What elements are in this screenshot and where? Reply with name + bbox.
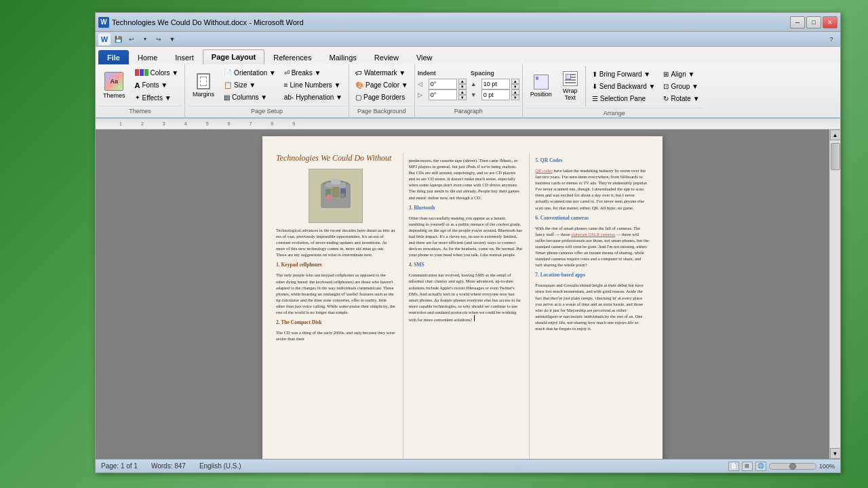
full-screen-btn[interactable]: ⊞ [742, 462, 753, 471]
orientation-label: Orientation ▼ [234, 69, 276, 77]
spacing-before-input[interactable] [481, 79, 510, 89]
scroll-thumb[interactable] [831, 143, 840, 170]
col1-intro: Technological advances in the recent dec… [276, 227, 396, 258]
web-layout-btn[interactable]: 🌐 [755, 462, 766, 471]
ruler-mark: 6 [228, 121, 231, 126]
title-bar: W Technologies We Could Do Without.docx … [96, 13, 840, 32]
position-button[interactable]: Position [526, 68, 557, 104]
spacing-section: Spacing ▲ ▲ ▼ ▼ [471, 70, 519, 100]
align-icon: ⊞ [663, 70, 669, 78]
page-background-label: Page Background [352, 106, 412, 116]
section4-heading: 4. SMS [409, 262, 523, 268]
customize-qa-button[interactable]: ▼ [166, 33, 178, 45]
tab-review[interactable]: Review [366, 50, 408, 64]
watermark-button[interactable]: 🏷 Watermark ▼ [352, 67, 412, 79]
zoom-level: 100% [819, 463, 835, 470]
page-borders-button[interactable]: ▢ Page Borders [352, 92, 412, 103]
tab-file[interactable]: File [98, 50, 129, 64]
tab-page-layout[interactable]: Page Layout [203, 49, 264, 64]
spacing-after-up[interactable]: ▲ [511, 89, 519, 95]
zoom-thumb[interactable] [789, 463, 796, 470]
redo-qa-button[interactable]: ↪ [153, 33, 165, 45]
spacing-before-row: ▲ ▲ ▼ [471, 79, 519, 89]
page-background-content: 🏷 Watermark ▼ 🎨 Page Color ▼ ▢ Page Bord… [352, 66, 412, 104]
indent-right-up[interactable]: ▲ [458, 89, 467, 95]
page-color-button[interactable]: 🎨 Page Color ▼ [352, 79, 412, 91]
hyphenation-button[interactable]: ab- Hyphenation ▼ [281, 92, 346, 103]
themes-button[interactable]: Aa Themes [98, 68, 130, 103]
save-qa-button[interactable]: 💾 [112, 33, 124, 45]
spacing-after-input[interactable] [481, 89, 510, 100]
size-button[interactable]: 📋 Size ▼ [220, 79, 279, 91]
tab-insert[interactable]: Insert [166, 50, 203, 64]
indent-left-up[interactable]: ▲ [458, 79, 467, 84]
document-page[interactable]: Technologies We Could Do Without [262, 136, 663, 459]
effects-icon: ✦ [135, 94, 140, 101]
main-area: Technologies We Could Do Without [96, 129, 840, 459]
margins-icon [197, 73, 210, 89]
tab-view[interactable]: View [408, 50, 441, 64]
indent-right-row: ▷ ▲ ▼ [418, 89, 467, 100]
spacing-after-down[interactable]: ▼ [511, 95, 519, 100]
ruler-mark: 2 [141, 121, 144, 126]
minimize-button[interactable]: ─ [790, 16, 805, 28]
spacing-after-spinners: ▲ ▼ [511, 89, 519, 100]
orientation-icon: 📄 [224, 69, 232, 77]
undo-qa-button[interactable]: ↩ [125, 33, 138, 45]
margins-button[interactable]: Margins [188, 68, 219, 103]
selection-pane-icon: ☰ [592, 95, 598, 102]
tab-home[interactable]: Home [129, 50, 166, 64]
page-borders-icon: ▢ [355, 94, 361, 101]
close-button[interactable]: ✕ [823, 16, 837, 28]
page-background-group: 🏷 Watermark ▼ 🎨 Page Color ▼ ▢ Page Bord… [349, 64, 415, 117]
scroll-down-button[interactable]: ▼ [830, 448, 841, 459]
spacing-before-down[interactable]: ▼ [511, 84, 519, 89]
ruler-mark: 7 [249, 121, 252, 126]
themes-group: Aa Themes Colors ▼ A Fonts ▼ [96, 64, 185, 117]
print-layout-btn[interactable]: 📄 [728, 462, 739, 471]
section5-body: QR codes have taken the marketing indust… [535, 167, 649, 211]
scroll-track [831, 140, 840, 448]
trash-svg [312, 172, 359, 220]
rotate-button[interactable]: ↻ Rotate ▼ [660, 93, 703, 104]
hyphenation-icon: ab- [284, 94, 294, 101]
tab-references[interactable]: References [264, 50, 320, 64]
view-controls: 📄 ⊞ 🌐 100% [728, 462, 835, 471]
bring-forward-button[interactable]: ⬆ Bring Forward ▼ [589, 68, 659, 80]
fonts-button[interactable]: A Fonts ▼ [132, 79, 182, 92]
title-text: Technologies We Could Do Without.docx - … [112, 18, 304, 26]
indent-right-down[interactable]: ▼ [458, 95, 467, 100]
breaks-button[interactable]: ⏎ Breaks ▼ [281, 67, 346, 79]
effects-button[interactable]: ✦ Effects ▼ [132, 92, 182, 104]
indent-left-input[interactable] [429, 79, 457, 89]
restore-button[interactable]: □ [806, 16, 821, 28]
page-setup-group: Margins 📄 Orientation ▼ 📋 Size ▼ ▤ Colum… [185, 64, 349, 117]
selection-pane-button[interactable]: ☰ Selection Pane [589, 93, 659, 104]
help-button[interactable]: ? [825, 33, 837, 45]
bring-forward-icon: ⬆ [592, 70, 597, 78]
document-title: Technologies We Could Do Without [276, 153, 396, 163]
send-backward-button[interactable]: ⬇ Send Backward ▼ [589, 81, 659, 92]
word-icon: W [98, 17, 109, 28]
page-setup-group-label: Page Setup [188, 106, 346, 116]
undo-arrow-button[interactable]: ▼ [139, 33, 151, 45]
spacing-before-up[interactable]: ▲ [511, 79, 519, 84]
scroll-up-button[interactable]: ▲ [830, 129, 841, 140]
tab-mailings[interactable]: Mailings [320, 50, 365, 64]
orientation-button[interactable]: 📄 Orientation ▼ [220, 67, 279, 79]
indent-left-down[interactable]: ▼ [458, 84, 467, 89]
svg-point-8 [340, 193, 345, 199]
line-numbers-button[interactable]: ≡ Line Numbers ▼ [281, 79, 346, 91]
zoom-slider[interactable] [769, 463, 816, 470]
columns-button[interactable]: ▤ Columns ▼ [220, 92, 279, 103]
wrap-text-button[interactable]: WrapText [558, 68, 583, 104]
indent-right-input[interactable] [429, 89, 457, 100]
align-button[interactable]: ⊞ Align ▼ [660, 68, 703, 80]
colors-button[interactable]: Colors ▼ [132, 67, 182, 79]
group-button[interactable]: ⊡ Group ▼ [660, 81, 703, 92]
page-color-label: Page Color ▼ [366, 81, 408, 89]
watermark-label: Watermark ▼ [364, 69, 406, 77]
section3-body: Other than successfully making you appea… [409, 215, 523, 258]
section2-heading: 2. The Compact Disk [276, 319, 396, 325]
page-borders-label: Page Borders [363, 94, 405, 101]
